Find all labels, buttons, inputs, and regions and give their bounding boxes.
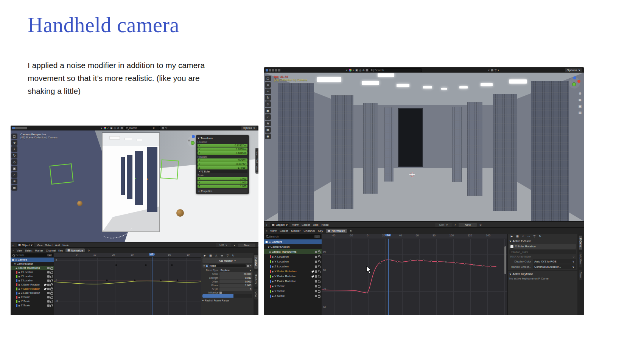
slot-dropdown[interactable]: Slot ∨: [435, 223, 452, 227]
channel-checkbox[interactable]: [315, 275, 317, 278]
new-button[interactable]: New: [459, 223, 477, 227]
lock-icon[interactable]: [50, 267, 53, 270]
new-button[interactable]: New: [238, 244, 255, 247]
editor-type-icons[interactable]: [12, 127, 27, 129]
side-tab[interactable]: Modifiers: [579, 252, 582, 267]
field-value[interactable]: 0: [219, 287, 252, 291]
viewport-tool-icon[interactable]: ∕: [265, 114, 271, 120]
fcurve-canvas[interactable]: [322, 233, 507, 315]
graph-header-icon[interactable]: ⚠: [521, 234, 526, 238]
menu-item[interactable]: Select: [280, 229, 288, 233]
playhead[interactable]: [152, 257, 152, 315]
eye-icon[interactable]: ◉: [18, 304, 20, 307]
lock-icon[interactable]: [50, 301, 53, 303]
channel-checkbox[interactable]: [47, 267, 50, 269]
scale-field[interactable]: Y 1.000: [198, 181, 247, 184]
lock-icon[interactable]: [50, 305, 53, 307]
normalize-button[interactable]: ▦ Normalize: [326, 229, 347, 233]
channel-checkbox[interactable]: [315, 270, 317, 273]
overlay-toggle-icon[interactable]: ▤: [121, 127, 123, 129]
lock-icon[interactable]: [50, 292, 53, 295]
eye-icon[interactable]: ◉: [18, 300, 20, 303]
viewport-tool-icon[interactable]: ▢: [11, 134, 17, 139]
color-wheel-icon[interactable]: [104, 127, 106, 129]
viewport-tab[interactable]: View: [255, 164, 258, 172]
channel-row[interactable]: ◉ Z Location: [11, 278, 54, 283]
eye-icon[interactable]: ◉: [272, 255, 274, 258]
menu-item[interactable]: Add: [313, 223, 318, 227]
normalize-button[interactable]: ▦ Normalize: [65, 248, 85, 252]
channel-checkbox[interactable]: [47, 284, 50, 286]
graph-editor-icon[interactable]: ≈: [12, 249, 14, 252]
viewport-tool-icon[interactable]: +: [11, 146, 17, 152]
overlay-toggle-icon[interactable]: ⊕: [362, 69, 365, 71]
mode-dropdown[interactable]: ▦ Object ∨: [17, 243, 34, 247]
eye-icon[interactable]: ◉: [18, 292, 20, 294]
channel-row[interactable]: ◉ Y Scale: [11, 299, 54, 303]
viewport-tool-icon[interactable]: ◉: [265, 134, 271, 139]
material-sphere-icon[interactable]: ◐: [234, 244, 235, 247]
lock-icon[interactable]: [50, 276, 53, 278]
refresh-icon[interactable]: ↻: [350, 230, 352, 232]
lock-icon[interactable]: [318, 251, 320, 253]
chevron-down-icon[interactable]: ∨: [101, 127, 103, 129]
channel-group-row[interactable]: ◉ Object Transforms: [264, 249, 322, 254]
axis-y-dot[interactable]: [572, 82, 576, 86]
channel-checkbox[interactable]: [47, 275, 50, 278]
active-keyframe-section[interactable]: ∨ Active Keyframe: [509, 272, 576, 276]
viewport-tool-icon[interactable]: ◇: [11, 159, 17, 165]
channel-action-row[interactable]: ∨ CameraAction: [11, 262, 54, 266]
chevron-down-icon[interactable]: ∨: [346, 69, 348, 71]
graph-header-icon[interactable]: ⚠: [214, 253, 219, 258]
axis-z-dot[interactable]: [573, 76, 576, 79]
graph-header-icon[interactable]: ▽: [532, 234, 537, 238]
menu-item[interactable]: View: [17, 249, 22, 252]
viewport-tool-icon[interactable]: +: [265, 88, 271, 94]
viewport-tab[interactable]: Item: [255, 149, 258, 157]
pin-icon[interactable]: ⊙: [479, 224, 482, 226]
empty-object-wireframe[interactable]: [160, 159, 179, 179]
viewport-tool-icon[interactable]: ▦: [11, 185, 17, 191]
viewport-tool-icon[interactable]: ◇: [265, 101, 271, 107]
navigation-gizmo[interactable]: [569, 77, 580, 88]
graph-header-icon[interactable]: ▶: [202, 253, 207, 258]
field-value[interactable]: 20.000: [219, 272, 252, 276]
lock-icon[interactable]: [318, 286, 320, 288]
overlay-toggle-icon[interactable]: ⊕: [117, 127, 120, 129]
channel-checkbox[interactable]: [315, 256, 317, 258]
header-icon[interactable]: ◐: [498, 69, 499, 71]
channel-color-swatch[interactable]: [510, 245, 513, 248]
header-icon[interactable]: ▤: [162, 127, 164, 129]
influence-slider[interactable]: [202, 294, 252, 298]
eye-icon[interactable]: ◉: [18, 275, 20, 278]
search-input[interactable]: [374, 68, 397, 72]
lock-icon[interactable]: [318, 290, 320, 293]
euler-mode-dropdown[interactable]: XYZ Euler: [198, 170, 247, 173]
menu-item[interactable]: Channel: [303, 229, 315, 233]
channel-row[interactable]: ◉ Z Scale: [264, 293, 322, 298]
eye-icon[interactable]: ◉: [15, 258, 17, 261]
channel-checkbox[interactable]: [315, 290, 317, 292]
expand-collapse-button[interactable]: ↔: [314, 235, 320, 238]
channel-row[interactable]: ◉ Z Scale: [11, 303, 54, 307]
curve-area[interactable]: 0102030405060 41 50-5: [54, 253, 201, 315]
viewport-tool-icon[interactable]: ∕: [11, 172, 17, 178]
channel-row[interactable]: ◉ Z Euler Rotation: [11, 291, 54, 295]
side-tab[interactable]: View: [254, 289, 258, 300]
menu-item[interactable]: Node: [62, 244, 69, 247]
lock-icon[interactable]: [318, 271, 320, 273]
graph-header-icon[interactable]: ▭: [526, 234, 531, 238]
overlay-toggle-icon[interactable]: ◎: [114, 127, 116, 129]
channel-row[interactable]: ◉ X Location: [11, 270, 54, 274]
editor-type-icon[interactable]: ◐: [266, 224, 268, 226]
eye-icon[interactable]: ◉: [18, 296, 20, 298]
modifier-enable-checkbox[interactable]: [247, 265, 249, 267]
channel-object-row[interactable]: ▣ ◉ Camera: [11, 258, 54, 262]
viewport-tool-icon[interactable]: ↻: [265, 95, 271, 101]
overlay-toggle-icon[interactable]: ▣: [110, 127, 113, 129]
menu-item[interactable]: Select: [302, 223, 310, 227]
lock-icon[interactable]: [318, 266, 320, 268]
lock-icon[interactable]: [318, 261, 320, 263]
viewport-control-icon[interactable]: ▦: [578, 111, 582, 115]
eye-icon[interactable]: ◉: [272, 285, 274, 287]
